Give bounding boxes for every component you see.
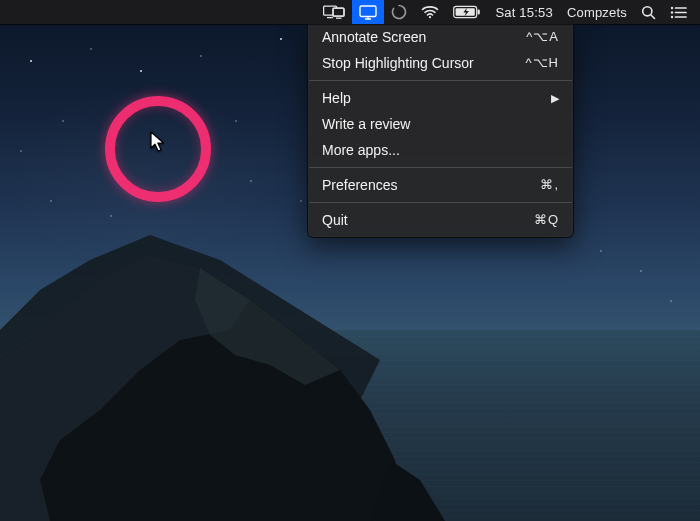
menu-separator — [309, 80, 572, 81]
clock-text: Sat 15:53 — [495, 5, 552, 20]
menu-item-label: Stop Highlighting Cursor — [322, 53, 474, 73]
loading-spinner-icon[interactable] — [384, 0, 414, 24]
menu-bar-clock[interactable]: Sat 15:53 — [488, 0, 559, 24]
menu-item-annotate-screen[interactable]: Annotate Screen ^⌥A — [308, 24, 573, 50]
menu-item-stop-highlighting-cursor[interactable]: Stop Highlighting Cursor ^⌥H — [308, 50, 573, 76]
cursor-pointer-icon — [150, 131, 168, 159]
menu-bar: Sat 15:53 Compzets — [0, 0, 700, 24]
menu-item-label: Help — [322, 88, 351, 108]
wifi-icon[interactable] — [414, 0, 446, 24]
svg-rect-1 — [333, 8, 344, 16]
submenu-chevron-right-icon: ▶ — [551, 88, 559, 108]
menu-item-shortcut: ^⌥H — [526, 53, 560, 73]
menu-item-label: Write a review — [322, 114, 410, 134]
svg-point-14 — [671, 11, 673, 13]
spotlight-search-icon[interactable] — [634, 0, 663, 24]
menu-separator — [309, 167, 572, 168]
menu-bar-username[interactable]: Compzets — [560, 0, 634, 24]
menu-item-quit[interactable]: Quit ⌘Q — [308, 207, 573, 233]
svg-rect-8 — [478, 10, 480, 15]
svg-point-12 — [671, 6, 673, 8]
display-arrangement-icon[interactable] — [316, 0, 352, 24]
menu-item-more-apps[interactable]: More apps... — [308, 137, 573, 163]
menu-item-shortcut: ^⌥A — [526, 27, 559, 47]
control-list-icon[interactable] — [663, 0, 694, 24]
menu-item-preferences[interactable]: Preferences ⌘, — [308, 172, 573, 198]
menu-item-label: Quit — [322, 210, 348, 230]
menu-item-shortcut: ⌘Q — [534, 210, 559, 230]
menu-item-write-review[interactable]: Write a review — [308, 111, 573, 137]
screen-annotate-menubar-icon[interactable] — [352, 0, 384, 24]
menu-item-shortcut: ⌘, — [540, 175, 559, 195]
svg-point-6 — [429, 16, 431, 18]
app-dropdown-menu: Annotate Screen ^⌥A Stop Highlighting Cu… — [307, 24, 574, 238]
menu-separator — [309, 202, 572, 203]
username-text: Compzets — [567, 5, 627, 20]
battery-icon[interactable] — [446, 0, 488, 24]
svg-line-11 — [651, 15, 655, 19]
svg-rect-5 — [360, 6, 376, 17]
menu-item-label: Preferences — [322, 175, 397, 195]
menu-item-label: Annotate Screen — [322, 27, 426, 47]
svg-point-16 — [671, 15, 673, 17]
menu-item-label: More apps... — [322, 140, 400, 160]
menu-item-help[interactable]: Help ▶ — [308, 85, 573, 111]
